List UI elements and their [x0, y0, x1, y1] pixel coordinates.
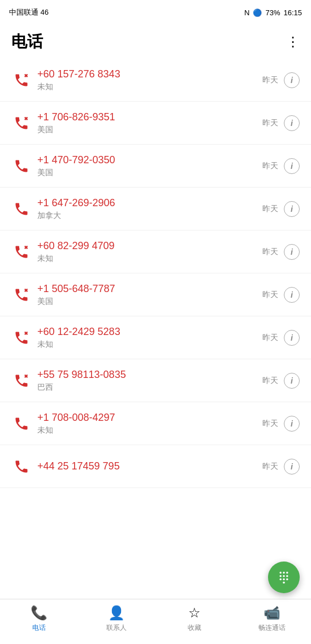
call-list-item[interactable]: +60 157-276 8343未知昨天i — [0, 59, 311, 102]
call-info: +60 82-299 4709未知 — [37, 240, 262, 264]
svg-point-13 — [283, 572, 285, 574]
call-right: 昨天i — [262, 72, 300, 88]
bottom-navigation: 📞 电话 👤 联系人 ☆ 收藏 📹 畅连通话 — [0, 599, 311, 644]
status-bar: 中国联通 46 N 🔵 73% 16:15 — [0, 0, 311, 25]
call-list-item[interactable]: +1 706-826-9351美国昨天i — [0, 102, 311, 145]
call-location: 未知 — [37, 340, 262, 350]
call-time: 昨天 — [262, 462, 278, 472]
svg-point-20 — [286, 578, 288, 581]
call-number: +60 157-276 8343 — [37, 68, 262, 81]
call-list-container: +60 157-276 8343未知昨天i +1 706-826-9351美国昨… — [0, 59, 311, 633]
nav-video-label: 畅连通话 — [258, 623, 286, 633]
nav-favorites-label: 收藏 — [188, 623, 201, 633]
nav-contacts[interactable]: 👤 联系人 — [78, 605, 156, 633]
call-info-button[interactable]: i — [284, 244, 300, 260]
dialpad-fab-button[interactable] — [268, 562, 300, 593]
call-time: 昨天 — [262, 333, 278, 343]
missed-call-icon — [11, 328, 32, 348]
call-right: 昨天i — [262, 201, 300, 217]
call-icon — [11, 156, 32, 176]
call-info: +60 12-2429 5283未知 — [37, 325, 262, 350]
contacts-nav-icon: 👤 — [108, 605, 125, 621]
call-list-item[interactable]: +1 470-792-0350美国昨天i — [0, 145, 311, 188]
svg-point-19 — [283, 578, 285, 581]
call-time: 昨天 — [262, 247, 278, 257]
call-time: 昨天 — [262, 161, 278, 171]
svg-point-17 — [286, 575, 288, 577]
call-right: 昨天i — [262, 459, 300, 475]
call-info: +1 505-648-7787美国 — [37, 282, 262, 307]
call-location: 美国 — [37, 297, 262, 307]
call-location: 未知 — [37, 82, 262, 92]
favorites-nav-icon: ☆ — [188, 605, 201, 621]
nav-video[interactable]: 📹 畅连通话 — [234, 605, 312, 633]
call-right: 昨天i — [262, 373, 300, 389]
missed-call-icon — [11, 371, 32, 391]
call-number: +1 470-792-0350 — [37, 154, 262, 167]
call-list-item[interactable]: +1 505-648-7787美国昨天i — [0, 273, 311, 316]
call-number: +1 708-008-4297 — [37, 411, 262, 424]
nav-phone-label: 电话 — [32, 623, 46, 633]
call-info-button[interactable]: i — [284, 72, 300, 88]
call-info: +1 470-792-0350美国 — [37, 154, 262, 178]
more-options-button[interactable]: ⋮ — [286, 34, 300, 50]
call-time: 昨天 — [262, 118, 278, 128]
call-info-button[interactable]: i — [284, 416, 300, 432]
call-number: +1 706-826-9351 — [37, 111, 262, 124]
call-info: +55 75 98113-0835巴西 — [37, 368, 262, 393]
call-list-item[interactable]: +60 82-299 4709未知昨天i — [0, 230, 311, 273]
call-list-item[interactable]: +55 75 98113-0835巴西昨天i — [0, 359, 311, 402]
call-location: 美国 — [37, 125, 262, 135]
call-time: 昨天 — [262, 204, 278, 214]
call-info-button[interactable]: i — [284, 459, 300, 475]
call-icon — [11, 456, 32, 477]
call-list-item[interactable]: +60 12-2429 5283未知昨天i — [0, 316, 311, 359]
nfc-icon: N — [244, 8, 249, 17]
missed-call-icon — [11, 242, 32, 262]
call-info-button[interactable]: i — [284, 287, 300, 303]
call-number: +44 25 17459 795 — [37, 460, 262, 473]
call-info: +1 708-008-4297未知 — [37, 411, 262, 436]
time-text: 16:15 — [283, 8, 302, 17]
call-right: 昨天i — [262, 330, 300, 346]
call-list: +60 157-276 8343未知昨天i +1 706-826-9351美国昨… — [0, 59, 311, 488]
call-list-item[interactable]: +44 25 17459 795昨天i — [0, 445, 311, 488]
call-info-button[interactable]: i — [284, 330, 300, 346]
dialpad-icon — [276, 569, 292, 585]
call-right: 昨天i — [262, 158, 300, 174]
page-title: 电话 — [11, 31, 43, 53]
call-info-button[interactable]: i — [284, 201, 300, 217]
phone-nav-icon: 📞 — [31, 605, 47, 621]
call-icon — [11, 414, 32, 434]
call-list-item[interactable]: +1 647-269-2906加拿大昨天i — [0, 188, 311, 230]
nav-contacts-label: 联系人 — [106, 623, 127, 633]
svg-point-16 — [283, 575, 285, 577]
call-location: 未知 — [37, 254, 262, 264]
bluetooth-icon: 🔵 — [253, 8, 262, 17]
missed-call-icon — [11, 285, 32, 305]
call-location: 美国 — [37, 168, 262, 178]
call-info: +44 25 17459 795 — [37, 460, 262, 473]
call-time: 昨天 — [262, 419, 278, 429]
call-number: +60 12-2429 5283 — [37, 325, 262, 338]
header: 电话 ⋮ — [0, 25, 311, 59]
call-time: 昨天 — [262, 75, 278, 85]
nav-phone[interactable]: 📞 电话 — [0, 605, 78, 633]
call-number: +55 75 98113-0835 — [37, 368, 262, 381]
call-info-button[interactable]: i — [284, 158, 300, 174]
battery-text: 73% — [265, 8, 280, 17]
status-right: N 🔵 73% 16:15 — [244, 8, 302, 17]
missed-call-icon — [11, 70, 32, 90]
call-info-button[interactable]: i — [284, 373, 300, 389]
call-info-button[interactable]: i — [284, 115, 300, 131]
call-location: 未知 — [37, 425, 262, 436]
call-list-item[interactable]: +1 708-008-4297未知昨天i — [0, 402, 311, 445]
svg-point-18 — [279, 578, 282, 581]
call-time: 昨天 — [262, 290, 278, 300]
call-right: 昨天i — [262, 244, 300, 260]
call-location: 巴西 — [37, 382, 262, 393]
call-right: 昨天i — [262, 115, 300, 131]
carrier-text: 中国联通 46 — [9, 7, 49, 18]
call-right: 昨天i — [262, 287, 300, 303]
nav-favorites[interactable]: ☆ 收藏 — [156, 605, 234, 633]
